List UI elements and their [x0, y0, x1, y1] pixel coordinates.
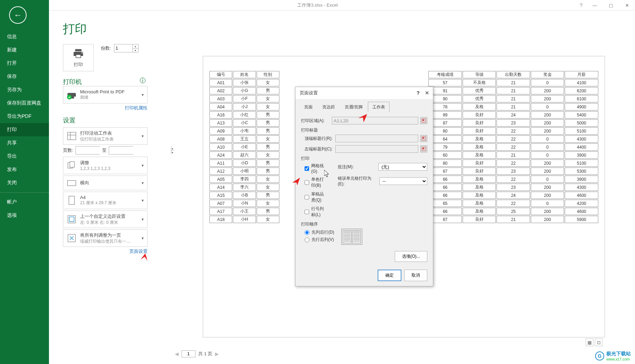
- svg-rect-16: [423, 148, 424, 149]
- sheets-icon: [66, 130, 77, 142]
- chevron-down-icon: ▼: [141, 217, 144, 221]
- margins-dropdown[interactable]: 上一个自定义边距设置左: 0 厘米 右: 0 厘米 ▼: [63, 210, 148, 228]
- nav-item-信息[interactable]: 信息: [0, 30, 49, 43]
- pages-from-input[interactable]: ▲▼: [76, 146, 100, 155]
- nav-item-发布[interactable]: 发布: [0, 163, 49, 176]
- page-navigator: ◀ 共 1 页 ▶: [175, 350, 219, 358]
- svg-rect-7: [69, 196, 74, 205]
- svg-rect-1: [67, 132, 76, 140]
- printer-status: 就绪: [80, 94, 144, 100]
- chevron-down-icon: ▼: [141, 134, 144, 138]
- page-total-label: 共 1 页: [198, 351, 212, 357]
- headings-checkbox[interactable]: [305, 209, 309, 214]
- watermark-logo-icon: G: [595, 351, 604, 361]
- pages-to-input[interactable]: ▲▼: [109, 146, 133, 155]
- copies-spinner[interactable]: ▲▼: [114, 44, 138, 52]
- zoom-to-page-button[interactable]: ⊡: [595, 338, 602, 346]
- nav-item-导出[interactable]: 导出: [0, 150, 49, 163]
- nav-item-选项[interactable]: 选项: [0, 209, 49, 222]
- print-button[interactable]: 打印: [63, 44, 94, 71]
- nav-item-新建[interactable]: 新建: [0, 43, 49, 57]
- nav-item-另存为[interactable]: 另存为: [0, 83, 49, 97]
- back-arrow-icon: ←: [14, 10, 22, 20]
- draft-checkbox[interactable]: [305, 195, 309, 200]
- window-controls: — ▢ ✕: [587, 0, 635, 10]
- printer-properties-link[interactable]: 打印机属性: [63, 105, 148, 111]
- nav-item-保存到百度网盘[interactable]: 保存到百度网盘: [0, 97, 49, 110]
- printer-section-title: 打印机: [63, 78, 82, 85]
- collate-icon: [66, 160, 77, 171]
- landscape-icon: [66, 177, 77, 188]
- print-what-dropdown[interactable]: 打印活动工作表仅打印活动工作表 ▼: [63, 127, 148, 145]
- chevron-down-icon: ▼: [141, 164, 144, 167]
- paper-dropdown[interactable]: A421 厘米 x 29.7 厘米 ▼: [63, 192, 148, 209]
- app-title: 工作簿3.xlsx - Excel: [297, 2, 338, 8]
- svg-rect-5: [70, 162, 74, 167]
- close-button[interactable]: ✕: [619, 0, 635, 10]
- gridlines-checkbox[interactable]: [305, 166, 309, 171]
- nav-item-关闭[interactable]: 关闭: [0, 176, 49, 190]
- maximize-button[interactable]: ▢: [603, 0, 619, 10]
- titles-label: 打印标题: [301, 127, 427, 133]
- errors-select[interactable]: --: [379, 177, 427, 185]
- watermark: G 极光下载站 www.xz7.com: [595, 351, 631, 361]
- backstage-sidebar: ← 信息新建打开保存另存为保存到百度网盘导出为PDF打印共享导出发布关闭 帐户选…: [0, 0, 49, 364]
- next-page-button[interactable]: ▶: [215, 351, 219, 357]
- chevron-down-icon: ▼: [141, 199, 144, 202]
- copies-label: 份数:: [101, 45, 111, 51]
- spin-up[interactable]: ▲: [133, 44, 138, 49]
- help-icon[interactable]: ?: [580, 2, 583, 8]
- nav-item-帐户[interactable]: 帐户: [0, 195, 49, 209]
- show-margins-button[interactable]: ▦: [586, 338, 593, 346]
- left-col-input[interactable]: [335, 145, 418, 153]
- page-setup-link[interactable]: 页面设置: [63, 248, 148, 255]
- dialog-tab[interactable]: 页眉/页脚: [340, 102, 367, 113]
- order-down-radio[interactable]: [305, 230, 309, 235]
- nav-item-打印[interactable]: 打印: [0, 123, 49, 136]
- dialog-tab[interactable]: 工作表: [368, 102, 390, 113]
- svg-rect-9: [69, 217, 74, 221]
- nav-item-导出为PDF[interactable]: 导出为PDF: [0, 110, 49, 123]
- order-preview-icon: [341, 229, 362, 245]
- prev-page-button[interactable]: ◀: [175, 351, 179, 357]
- comments-select[interactable]: (无): [378, 163, 427, 171]
- nav-item-保存[interactable]: 保存: [0, 70, 49, 83]
- scaling-dropdown[interactable]: 将所有列调整为一页缩减打印输出使其只有一… ▼: [63, 229, 148, 247]
- svg-rect-14: [423, 137, 424, 139]
- chevron-down-icon: ▼: [141, 93, 144, 97]
- chevron-down-icon: ▼: [141, 181, 144, 185]
- copies-input[interactable]: [114, 44, 133, 52]
- order-label: 打印顺序: [301, 221, 427, 227]
- spin-down[interactable]: ▼: [133, 49, 138, 52]
- print-button-label: 打印: [74, 62, 83, 68]
- dialog-close-button[interactable]: ✕: [425, 90, 429, 96]
- page-title: 打印: [63, 21, 621, 37]
- ok-button[interactable]: 确定: [378, 270, 401, 281]
- printer-dropdown[interactable]: Microsoft Print to PDF 就绪 ▼: [63, 86, 148, 104]
- print-area-input[interactable]: [332, 117, 418, 124]
- svg-rect-6: [67, 180, 76, 186]
- titlebar: 工作簿3.xlsx - Excel ? — ▢ ✕: [0, 0, 635, 10]
- order-over-radio[interactable]: [305, 237, 309, 242]
- dialog-title: 页面设置: [300, 90, 318, 96]
- print-area-label: 打印区域(A):: [301, 118, 330, 124]
- nav-item-共享[interactable]: 共享: [0, 136, 49, 150]
- top-row-input[interactable]: [335, 135, 418, 142]
- range-picker-icon[interactable]: [420, 145, 427, 152]
- dialog-tab[interactable]: 页边距: [318, 102, 340, 113]
- orientation-dropdown[interactable]: 横向 ▼: [63, 176, 148, 190]
- minimize-button[interactable]: —: [587, 0, 603, 10]
- options-button[interactable]: 选项(O)...: [395, 251, 427, 262]
- page-number-input[interactable]: [181, 350, 195, 357]
- range-picker-icon[interactable]: [420, 117, 427, 124]
- dialog-tab[interactable]: 页面: [300, 102, 317, 113]
- nav-item-打开[interactable]: 打开: [0, 57, 49, 70]
- back-button[interactable]: ←: [9, 6, 27, 24]
- cancel-button[interactable]: 取消: [404, 270, 427, 281]
- info-icon[interactable]: i: [140, 78, 145, 83]
- range-picker-icon[interactable]: [420, 135, 427, 142]
- printer-icon: [72, 48, 85, 60]
- dialog-help-button[interactable]: ?: [416, 90, 420, 96]
- bw-checkbox[interactable]: [305, 180, 309, 185]
- collate-dropdown[interactable]: 调整1,2,3 1,2,3 1,2,3 ▼: [63, 157, 148, 174]
